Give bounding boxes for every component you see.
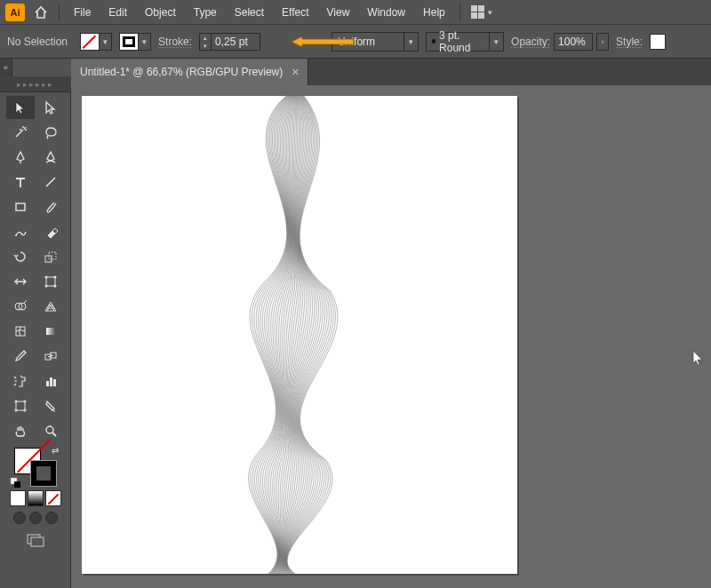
cursor-icon xyxy=(691,350,704,369)
column-graph-tool[interactable] xyxy=(36,369,65,393)
gradient-tool[interactable] xyxy=(36,320,65,343)
eyedropper-tool[interactable] xyxy=(6,345,35,368)
mesh-tool[interactable] xyxy=(6,320,35,343)
artwork-blend xyxy=(82,96,517,574)
menu-view[interactable]: View xyxy=(318,0,359,25)
menu-edit[interactable]: Edit xyxy=(100,0,136,25)
menu-window[interactable]: Window xyxy=(358,0,414,25)
free-transform-tool[interactable] xyxy=(36,270,65,293)
default-fill-stroke-icon[interactable] xyxy=(11,478,21,489)
perspective-grid-tool[interactable] xyxy=(36,295,65,318)
menu-help[interactable]: Help xyxy=(414,0,454,25)
document-tabbar: Untitled-1* @ 66,67% (RGB/GPU Preview) × xyxy=(71,59,711,85)
variable-width-profile[interactable]: Uniform ▾ xyxy=(332,32,419,52)
svg-point-8 xyxy=(44,285,47,288)
rectangle-tool[interactable] xyxy=(6,195,35,219)
app-logo: Ai xyxy=(5,4,25,21)
artboard xyxy=(82,96,517,574)
curvature-tool[interactable] xyxy=(36,146,65,169)
type-tool[interactable] xyxy=(6,171,35,194)
stroke-swatch-icon xyxy=(119,33,139,51)
opacity-popup-arrow[interactable]: › xyxy=(596,33,609,51)
svg-point-2 xyxy=(15,234,17,236)
pen-tool[interactable] xyxy=(6,146,35,169)
stroke-proxy[interactable] xyxy=(30,460,57,487)
panel-collapse-toggle[interactable]: « xyxy=(0,59,12,76)
round-brush-icon xyxy=(432,39,435,44)
svg-rect-1 xyxy=(16,203,25,211)
stroke-swatch[interactable]: ▾ xyxy=(119,33,151,51)
menu-type[interactable]: Type xyxy=(185,0,226,25)
scale-tool[interactable] xyxy=(36,245,65,268)
line-segment-tool[interactable] xyxy=(36,171,65,194)
screen-mode-toggle[interactable] xyxy=(26,533,45,547)
direct-selection-tool[interactable] xyxy=(36,96,65,119)
symbol-sprayer-tool[interactable] xyxy=(6,369,35,393)
paintbrush-tool[interactable] xyxy=(36,195,65,219)
blend-tool[interactable] xyxy=(36,345,65,368)
stroke-spinner[interactable]: ▴▾ xyxy=(199,33,212,51)
chevron-down-icon[interactable]: ▾ xyxy=(139,33,151,51)
fill-none-mode[interactable] xyxy=(45,490,61,506)
shaper-tool[interactable] xyxy=(6,220,35,243)
stroke-weight-input[interactable]: ▴▾ 0,25 pt xyxy=(199,33,260,51)
fill-color-mode[interactable] xyxy=(10,490,26,506)
slice-tool[interactable] xyxy=(36,394,65,417)
brush-value: 3 pt. Round xyxy=(439,29,483,54)
profile-value: Uniform xyxy=(332,36,403,48)
opacity-label[interactable]: Opacity: xyxy=(511,36,550,48)
svg-rect-17 xyxy=(50,377,52,386)
opacity-input[interactable]: 100% xyxy=(554,33,593,51)
style-label: Style: xyxy=(616,36,643,48)
drawing-mode-normal[interactable] xyxy=(13,512,26,524)
tools-panel-header[interactable]: ▸▸▸▸▸▸ xyxy=(0,76,71,92)
svg-rect-19 xyxy=(16,401,25,410)
close-tab-icon[interactable]: × xyxy=(292,65,299,79)
menu-file[interactable]: File xyxy=(65,0,100,25)
chevron-down-icon[interactable]: ▾ xyxy=(100,33,112,51)
home-icon[interactable] xyxy=(28,0,53,25)
width-tool[interactable] xyxy=(6,270,35,293)
rotate-tool[interactable] xyxy=(6,245,35,268)
canvas[interactable] xyxy=(71,85,711,588)
chevron-down-icon[interactable]: ▾ xyxy=(489,33,503,51)
swap-fill-stroke-icon[interactable]: ⇄ xyxy=(52,446,59,456)
tools-panel: ⇄ xyxy=(0,92,71,588)
hand-tool[interactable] xyxy=(6,419,35,442)
drawing-mode-behind[interactable] xyxy=(29,512,42,524)
svg-rect-16 xyxy=(46,381,49,386)
document-tab[interactable]: Untitled-1* @ 66,67% (RGB/GPU Preview) × xyxy=(71,59,308,85)
workspace-switcher[interactable]: ▾ xyxy=(471,5,492,19)
fill-gradient-mode[interactable] xyxy=(28,490,44,506)
selection-status: No Selection xyxy=(7,36,68,48)
svg-rect-13 xyxy=(46,328,55,335)
chevron-down-icon[interactable]: ▾ xyxy=(403,33,418,51)
lasso-tool[interactable] xyxy=(36,121,65,144)
none-fill-icon xyxy=(80,33,100,51)
svg-rect-22 xyxy=(14,481,20,488)
svg-point-9 xyxy=(53,285,56,288)
brush-definition[interactable]: 3 pt. Round ▾ xyxy=(426,32,504,52)
svg-point-6 xyxy=(44,276,47,279)
selection-tool[interactable] xyxy=(6,96,35,119)
stroke-weight-value[interactable]: 0,25 pt xyxy=(212,33,260,51)
spinner-down-icon[interactable]: ▾ xyxy=(200,42,211,50)
menu-select[interactable]: Select xyxy=(226,0,273,25)
shape-builder-tool[interactable] xyxy=(6,295,35,318)
menu-object[interactable]: Object xyxy=(136,0,185,25)
artboard-tool[interactable] xyxy=(6,394,35,417)
svg-point-7 xyxy=(53,276,56,279)
fill-swatch[interactable]: ▾ xyxy=(80,33,112,51)
svg-rect-12 xyxy=(16,327,25,336)
menu-effect[interactable]: Effect xyxy=(273,0,317,25)
stroke-label[interactable]: Stroke: xyxy=(158,36,192,48)
spinner-up-icon[interactable]: ▴ xyxy=(200,34,211,42)
svg-rect-24 xyxy=(31,537,44,546)
eraser-tool[interactable] xyxy=(36,220,65,243)
svg-point-20 xyxy=(46,426,53,433)
document-tab-title: Untitled-1* @ 66,67% (RGB/GPU Preview) xyxy=(80,66,283,78)
fill-stroke-proxy[interactable]: ⇄ xyxy=(14,448,57,487)
drawing-mode-inside[interactable] xyxy=(45,512,58,524)
magic-wand-tool[interactable] xyxy=(6,121,35,144)
graphic-style-swatch[interactable] xyxy=(650,34,666,50)
